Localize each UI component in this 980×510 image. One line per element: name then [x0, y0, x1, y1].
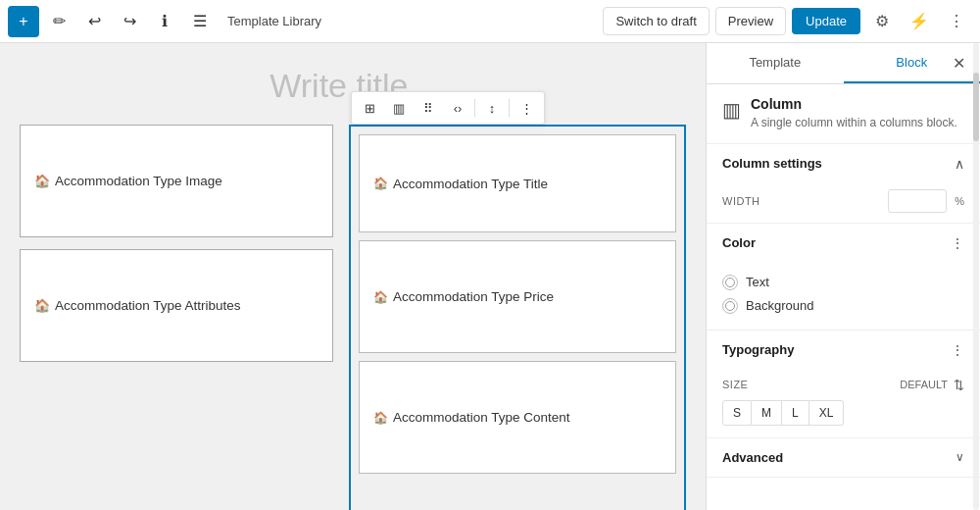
toolbar-separator: [474, 99, 475, 117]
collapse-icon: ∧: [955, 156, 964, 172]
size-btn-l[interactable]: L: [782, 400, 809, 426]
redo-button[interactable]: ↪: [114, 6, 145, 37]
preview-button[interactable]: Preview: [715, 7, 786, 35]
undo-button[interactable]: ↩: [78, 6, 110, 37]
width-label: WIDTH: [722, 195, 880, 207]
list-item[interactable]: 🏠 Accommodation Type Content: [359, 361, 676, 474]
move-icon: ↕: [489, 101, 496, 116]
list-icon: ☰: [193, 12, 207, 30]
drag-icon: ⠿: [423, 101, 433, 116]
block-title: Column: [751, 96, 957, 112]
typography-section-header[interactable]: Typography ⋮: [707, 331, 980, 370]
lightning-icon: ⚡: [909, 12, 929, 30]
undo-icon: ↩: [88, 12, 101, 30]
edit-button[interactable]: ✏: [43, 6, 74, 37]
tab-template[interactable]: Template: [707, 43, 844, 83]
color-label-text: Text: [746, 275, 769, 289]
list-item[interactable]: 🏠 Accommodation Type Title: [359, 134, 676, 232]
pencil-icon: ✏: [53, 12, 66, 30]
lightning-button[interactable]: ⚡: [904, 6, 935, 37]
list-button[interactable]: ☰: [184, 6, 216, 37]
accommodation-title-label: 🏠 Accommodation Type Title: [373, 177, 548, 191]
size-btn-s[interactable]: S: [722, 400, 752, 426]
add-block-button[interactable]: +: [8, 6, 39, 37]
two-col-button[interactable]: ▥: [384, 93, 414, 123]
advanced-title: Advanced: [722, 450, 783, 465]
block-info-text: Column A single column within a columns …: [751, 96, 957, 131]
toolbar-right-actions: Switch to draft Preview Update ⚙ ⚡ ⋮: [603, 6, 972, 37]
size-row: SIZE DEFAULT ⇅: [722, 378, 964, 392]
nav-icon: ‹›: [454, 101, 463, 116]
typography-menu-icon[interactable]: ⋮: [951, 342, 964, 358]
drag-button[interactable]: ⠿: [414, 93, 443, 123]
right-panel: Template Block ✕ ▥ Column A single colum…: [706, 43, 980, 510]
panel-close-button[interactable]: ✕: [945, 50, 972, 77]
width-unit: %: [955, 195, 964, 207]
ellipsis-icon: ⋮: [949, 12, 964, 30]
block-more-button[interactable]: ⋮: [512, 93, 541, 123]
accommodation-content-label: 🏠 Accommodation Type Content: [373, 410, 570, 425]
advanced-section: Advanced ∨: [707, 438, 980, 478]
columns-layout-button[interactable]: ⊞: [355, 93, 384, 123]
main-toolbar: + ✏ ↩ ↪ ℹ ☰ Template Library Switch to d…: [0, 0, 980, 43]
home-icon-3: 🏠: [373, 177, 388, 190]
block-info: ▥ Column A single column within a column…: [707, 84, 980, 144]
size-btn-m[interactable]: M: [752, 400, 782, 426]
color-section-title: Color: [722, 235, 756, 250]
info-icon: ℹ: [162, 12, 168, 30]
color-section: Color ⋮ Text Background: [707, 224, 980, 331]
plus-icon: +: [19, 13, 27, 30]
editor-inner: Write title... 🏠 Accommodation Type Imag…: [0, 43, 706, 510]
size-value: DEFAULT: [900, 379, 948, 390]
two-col-icon: ▥: [393, 101, 405, 116]
editor-area: Write title... 🏠 Accommodation Type Imag…: [0, 43, 706, 510]
home-icon-5: 🏠: [373, 411, 388, 425]
columns-icon: ⊞: [365, 101, 375, 116]
column-block-icon: ▥: [722, 98, 741, 122]
column-settings-title: Column settings: [722, 156, 822, 171]
color-menu-icon[interactable]: ⋮: [951, 235, 964, 251]
color-radio-text[interactable]: [722, 275, 738, 290]
list-item[interactable]: 🏠 Accommodation Type Attributes: [20, 249, 333, 362]
typography-section-title: Typography: [722, 342, 794, 357]
toolbar-separator-2: [509, 99, 510, 117]
home-icon-2: 🏠: [34, 298, 50, 313]
color-label-background: Background: [746, 298, 813, 313]
advanced-chevron-icon: ∨: [956, 450, 964, 464]
list-item[interactable]: 🏠 Accommodation Type Image: [20, 125, 333, 237]
column-settings-section: Column settings ∧ WIDTH %: [707, 144, 980, 224]
more-options-button[interactable]: ⋮: [941, 6, 972, 37]
home-icon-4: 🏠: [373, 290, 388, 304]
panel-content: ▥ Column A single column within a column…: [707, 84, 980, 478]
width-field-row: WIDTH %: [707, 183, 980, 223]
settings-button[interactable]: ⚙: [866, 6, 898, 37]
color-options: Text Background: [707, 263, 980, 330]
more-icon: ⋮: [520, 101, 533, 116]
size-adjust-icon[interactable]: ⇅: [954, 378, 964, 392]
typography-section: Typography ⋮ SIZE DEFAULT ⇅ S M L XL: [707, 331, 980, 438]
switch-to-draft-button[interactable]: Switch to draft: [603, 7, 709, 35]
editor-left-column: 🏠 Accommodation Type Image 🏠 Accommodati…: [20, 125, 333, 510]
gear-icon: ⚙: [875, 12, 889, 30]
accommodation-image-label: 🏠 Accommodation Type Image: [34, 174, 222, 188]
toolbar-title: Template Library: [227, 14, 599, 28]
editor-right-column[interactable]: ⊞ ▥ ⠿ ‹› ↕: [349, 125, 686, 510]
home-icon-1: 🏠: [34, 174, 50, 188]
width-input[interactable]: [888, 189, 947, 213]
block-toolbar: ⊞ ▥ ⠿ ‹› ↕: [351, 91, 545, 125]
color-option-text: Text: [722, 271, 964, 294]
color-radio-background[interactable]: [722, 298, 738, 314]
info-button[interactable]: ℹ: [149, 6, 180, 37]
advanced-header[interactable]: Advanced ∨: [707, 438, 980, 477]
list-item[interactable]: 🏠 Accommodation Type Price: [359, 240, 676, 353]
size-btn-xl[interactable]: XL: [809, 400, 845, 426]
update-button[interactable]: Update: [792, 8, 860, 34]
editor-columns: 🏠 Accommodation Type Image 🏠 Accommodati…: [20, 125, 686, 510]
block-description: A single column within a columns block.: [751, 115, 957, 131]
panel-tabs: Template Block ✕: [707, 43, 980, 84]
column-settings-header[interactable]: Column settings ∧: [707, 144, 980, 183]
color-section-header[interactable]: Color ⋮: [707, 224, 980, 263]
move-button[interactable]: ↕: [477, 93, 507, 123]
redo-icon: ↪: [123, 12, 136, 30]
navigate-left-button[interactable]: ‹›: [443, 93, 472, 123]
